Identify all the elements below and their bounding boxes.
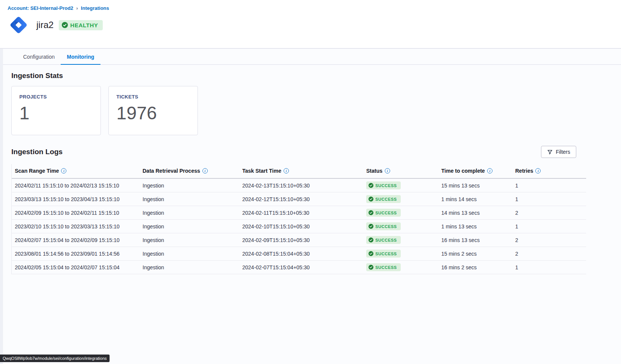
cell-task-start: 2024-02-12T15:15:10+05:30 bbox=[239, 196, 363, 202]
breadcrumb: Account: SEI-Internal-Prod2 › Integratio… bbox=[8, 5, 621, 11]
cell-retries: 1 bbox=[512, 183, 586, 189]
breadcrumb-chevron-icon: › bbox=[76, 6, 78, 11]
table-row[interactable]: 2024/02/05 15:15:04 to 2024/02/07 15:15:… bbox=[12, 261, 586, 274]
info-icon[interactable]: i bbox=[535, 168, 541, 173]
cell-task-start: 2024-02-09T15:15:10+05:30 bbox=[239, 237, 363, 243]
col-header-time-to-complete: Time to complete i bbox=[438, 168, 512, 174]
ingestion-logs-table: Scan Range Time i Data Retrieval Process… bbox=[11, 164, 586, 274]
success-badge: SUCCESS bbox=[366, 195, 401, 203]
col-header-label: Scan Range Time bbox=[15, 168, 59, 174]
breadcrumb-account-link[interactable]: Account: SEI-Internal-Prod2 bbox=[8, 5, 73, 11]
cell-process: Ingestion bbox=[140, 251, 239, 257]
cell-time-to-complete: 15 mins 13 secs bbox=[438, 183, 512, 189]
stat-card-projects: PROJECTS 1 bbox=[11, 86, 101, 135]
success-badge: SUCCESS bbox=[366, 236, 401, 244]
cell-status: SUCCESS bbox=[363, 195, 438, 203]
stat-cards-row: PROJECTS 1 TICKETS 1976 bbox=[11, 86, 621, 135]
cell-retries: 2 bbox=[512, 210, 586, 216]
ingestion-stats-title: Ingestion Stats bbox=[11, 72, 621, 80]
stat-value: 1976 bbox=[116, 103, 190, 123]
cell-scan-range: 2024/02/07 15:15:04 to 2024/02/09 15:15:… bbox=[12, 237, 140, 243]
page-header: Account: SEI-Internal-Prod2 › Integratio… bbox=[0, 0, 621, 48]
cell-process: Ingestion bbox=[140, 223, 239, 230]
success-badge: SUCCESS bbox=[366, 181, 401, 189]
cell-retries: 1 bbox=[512, 223, 586, 230]
check-circle-icon bbox=[369, 210, 373, 215]
cell-retries: 1 bbox=[512, 196, 586, 202]
cell-task-start: 2024-02-11T15:15:10+05:30 bbox=[239, 210, 363, 216]
col-header-label: Data Retrieval Process bbox=[143, 168, 200, 174]
cell-status: SUCCESS bbox=[363, 263, 438, 271]
cell-status: SUCCESS bbox=[363, 209, 438, 217]
cell-scan-range: 2023/08/01 15:14:56 to 2023/09/01 15:14:… bbox=[12, 251, 140, 257]
success-badge-label: SUCCESS bbox=[375, 252, 397, 256]
cell-status: SUCCESS bbox=[363, 181, 438, 189]
col-header-label: Task Start Time bbox=[242, 168, 281, 174]
cell-task-start: 2024-02-08T15:15:04+05:30 bbox=[239, 251, 363, 257]
cell-scan-range: 2024/02/11 15:15:10 to 2024/02/13 15:15:… bbox=[12, 183, 140, 189]
breadcrumb-integrations-link[interactable]: Integrations bbox=[81, 5, 109, 11]
success-badge: SUCCESS bbox=[366, 222, 401, 230]
table-row[interactable]: 2023/08/01 15:14:56 to 2023/09/01 15:14:… bbox=[12, 247, 586, 261]
stat-value: 1 bbox=[19, 103, 93, 123]
cell-process: Ingestion bbox=[140, 196, 239, 202]
cell-time-to-complete: 15 mins 2 secs bbox=[438, 251, 512, 257]
cell-scan-range: 2024/02/09 15:15:10 to 2024/02/11 15:15:… bbox=[12, 210, 140, 216]
cell-time-to-complete: 1 mins 13 secs bbox=[438, 223, 512, 230]
filter-funnel-icon bbox=[547, 149, 553, 155]
cell-retries: 2 bbox=[512, 251, 586, 257]
col-header-label: Status bbox=[366, 168, 383, 174]
check-circle-icon bbox=[369, 237, 373, 242]
tabbar: Configuration Monitoring bbox=[3, 49, 621, 65]
cell-process: Ingestion bbox=[140, 183, 239, 189]
cell-scan-range: 2023/03/13 15:15:10 to 2023/04/13 15:15:… bbox=[12, 196, 140, 202]
table-row[interactable]: 2024/02/07 15:15:04 to 2024/02/09 15:15:… bbox=[12, 233, 586, 247]
cell-scan-range: 2023/02/10 15:15:10 to 2023/03/13 15:15:… bbox=[12, 223, 140, 230]
success-badge-label: SUCCESS bbox=[375, 238, 397, 242]
success-badge: SUCCESS bbox=[366, 209, 401, 217]
tab-monitoring[interactable]: Monitoring bbox=[61, 49, 100, 65]
cell-time-to-complete: 16 mins 2 secs bbox=[438, 264, 512, 270]
tab-configuration[interactable]: Configuration bbox=[17, 49, 61, 65]
table-row[interactable]: 2024/02/11 15:15:10 to 2024/02/13 15:15:… bbox=[12, 179, 586, 192]
cell-time-to-complete: 1 mins 14 secs bbox=[438, 196, 512, 202]
jira-logo-icon bbox=[8, 14, 30, 36]
filters-button-label: Filters bbox=[556, 149, 570, 155]
status-badge-label: HEALTHY bbox=[70, 22, 98, 28]
table-body: 2024/02/11 15:15:10 to 2024/02/13 15:15:… bbox=[12, 179, 586, 274]
info-icon[interactable]: i bbox=[284, 168, 289, 173]
col-header-scan-range: Scan Range Time i bbox=[12, 168, 140, 174]
col-header-task-start: Task Start Time i bbox=[239, 168, 363, 174]
status-badge: HEALTHY bbox=[59, 20, 102, 30]
check-circle-icon bbox=[369, 224, 373, 229]
table-row[interactable]: 2023/03/13 15:15:10 to 2023/04/13 15:15:… bbox=[12, 192, 586, 206]
check-circle-icon bbox=[369, 197, 373, 202]
info-icon[interactable]: i bbox=[61, 168, 66, 173]
success-badge-label: SUCCESS bbox=[375, 183, 397, 188]
info-icon[interactable]: i bbox=[487, 168, 492, 173]
check-circle-icon bbox=[369, 251, 373, 256]
check-circle-icon bbox=[369, 265, 373, 270]
cell-status: SUCCESS bbox=[363, 236, 438, 244]
page-title: jira2 bbox=[36, 20, 53, 30]
integration-title-row: jira2 HEALTHY bbox=[8, 14, 621, 36]
filters-button[interactable]: Filters bbox=[541, 146, 576, 158]
success-badge-label: SUCCESS bbox=[375, 224, 397, 229]
cell-time-to-complete: 16 mins 13 secs bbox=[438, 237, 512, 243]
cell-process: Ingestion bbox=[140, 237, 239, 243]
cell-status: SUCCESS bbox=[363, 222, 438, 230]
stat-card-tickets: TICKETS 1976 bbox=[108, 86, 198, 135]
info-icon[interactable]: i bbox=[385, 168, 390, 173]
col-header-label: Retries bbox=[515, 168, 533, 174]
cell-process: Ingestion bbox=[140, 210, 239, 216]
table-header-row: Scan Range Time i Data Retrieval Process… bbox=[12, 164, 586, 179]
cell-task-start: 2024-02-07T15:15:04+05:30 bbox=[239, 264, 363, 270]
table-row[interactable]: 2024/02/09 15:15:10 to 2024/02/11 15:15:… bbox=[12, 206, 586, 220]
url-status-bar: QwqOSllWp9ob7w/module/sei/configuration/… bbox=[0, 355, 110, 362]
success-badge: SUCCESS bbox=[366, 250, 401, 258]
cell-status: SUCCESS bbox=[363, 250, 438, 258]
col-header-retries: Retries i bbox=[512, 168, 586, 174]
table-row[interactable]: 2023/02/10 15:15:10 to 2023/03/13 15:15:… bbox=[12, 220, 586, 233]
info-icon[interactable]: i bbox=[202, 168, 208, 173]
success-badge-label: SUCCESS bbox=[375, 265, 397, 270]
